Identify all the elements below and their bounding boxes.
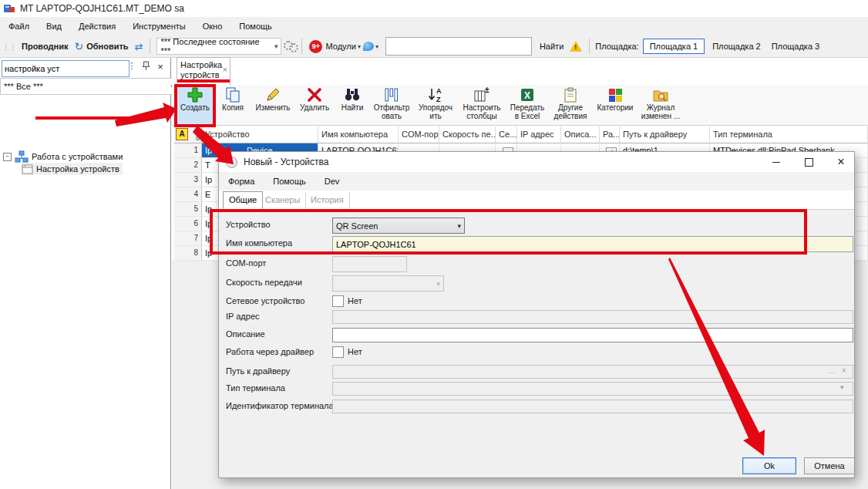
column-header[interactable]: Тип терминала bbox=[710, 126, 868, 143]
notification-badge[interactable]: 9+ bbox=[309, 40, 322, 53]
tree-expander-icon[interactable]: − bbox=[3, 153, 12, 161]
site-label: Площадка: bbox=[595, 42, 638, 51]
change-log-button[interactable]: Журнализменен ... bbox=[638, 85, 683, 126]
column-header[interactable]: Ра... bbox=[600, 126, 620, 143]
column-header[interactable]: COM-порт bbox=[399, 126, 439, 143]
site-button-3[interactable]: Площадка 3 bbox=[766, 39, 826, 53]
find-button-ribbon[interactable]: Найти bbox=[335, 85, 370, 126]
maximize-button[interactable] bbox=[796, 152, 822, 172]
autofilter-icon[interactable]: A bbox=[176, 128, 188, 140]
menu-file[interactable]: Файл bbox=[0, 19, 38, 34]
tree-node-device-settings[interactable]: Настройка устройств bbox=[22, 163, 123, 175]
device-combo-value: QR Screen bbox=[336, 221, 378, 231]
field-label-com-port: COM-порт bbox=[226, 258, 266, 268]
clear-icon: × bbox=[842, 366, 846, 375]
menu-help[interactable]: Помощь bbox=[230, 19, 281, 34]
grid-corner-cell[interactable]: A 8 bbox=[174, 126, 202, 143]
computer-name-input[interactable] bbox=[332, 236, 853, 252]
minimize-button[interactable] bbox=[763, 152, 789, 172]
toolbar-grip[interactable]: ⋮⋮ bbox=[2, 42, 16, 51]
columns-icon: ± bbox=[473, 86, 490, 103]
other-actions-button[interactable]: Другиедействия bbox=[549, 85, 592, 126]
chevron-down-icon[interactable]: ▾ bbox=[375, 43, 378, 50]
menu-window[interactable]: Окно bbox=[194, 19, 231, 34]
row-number: 3 bbox=[174, 173, 202, 187]
categories-icon bbox=[607, 86, 624, 103]
categories-button[interactable]: Категории bbox=[592, 85, 638, 126]
menu-view[interactable]: Вид bbox=[38, 19, 70, 34]
chevron-down-icon[interactable]: ▾ bbox=[358, 43, 361, 50]
tree-node-root-label: Работа с устройствами bbox=[32, 152, 123, 161]
sidebar-filter-input[interactable] bbox=[2, 60, 130, 77]
toolbar-separator bbox=[150, 39, 150, 54]
dialog-menu-dev[interactable]: Dev bbox=[315, 174, 349, 189]
via-driver-checkbox-label: Нет bbox=[348, 347, 362, 356]
dialog-menu-help[interactable]: Помощь bbox=[264, 174, 315, 189]
state-combo[interactable]: *** Последнее состояние *** ▾ bbox=[156, 38, 281, 55]
app-window: MT LAPTOP-QOJH1C61.MT_DEMO sa Файл Вид Д… bbox=[0, 0, 868, 489]
sidebar-menu-button[interactable]: ⋮ bbox=[126, 61, 138, 71]
ellipsis-browse-icon: … bbox=[828, 366, 836, 375]
state-combo-value: *** Последнее состояние *** bbox=[160, 37, 267, 56]
site-button-2[interactable]: Площадка 2 bbox=[707, 39, 766, 53]
tab-history[interactable]: История bbox=[305, 192, 350, 208]
main-toolbar: ⋮⋮ Проводник ↻ Обновить ⇄ *** Последнее … bbox=[0, 35, 868, 58]
row-number: 2 bbox=[174, 158, 202, 173]
description-input[interactable] bbox=[332, 328, 853, 342]
tab-scanners[interactable]: Сканеры bbox=[260, 192, 306, 208]
menu-actions[interactable]: Действия bbox=[70, 19, 124, 34]
field-label-terminal-type: Тип терминала bbox=[226, 383, 285, 393]
column-header[interactable]: Скорость пе... bbox=[439, 126, 496, 143]
device-combo[interactable]: QR Screen ▾ bbox=[332, 218, 465, 234]
tab-device-settings[interactable]: Настройка устройств × bbox=[177, 57, 230, 85]
row-number: 1 bbox=[174, 143, 202, 158]
close-button[interactable]: × bbox=[828, 152, 854, 172]
assistant-icon[interactable] bbox=[363, 42, 374, 51]
journal-folder-icon bbox=[652, 86, 669, 103]
ok-button[interactable]: Ok bbox=[742, 457, 796, 474]
filter-icon bbox=[383, 86, 400, 103]
via-driver-checkbox[interactable] bbox=[332, 346, 344, 358]
search-input[interactable] bbox=[385, 37, 532, 56]
find-button[interactable]: Найти bbox=[540, 42, 564, 51]
swap-arrows-icon[interactable]: ⇄ bbox=[135, 41, 143, 52]
create-button[interactable]: Создать bbox=[176, 85, 214, 126]
driver-path-input bbox=[332, 365, 853, 379]
sort-button[interactable]: AZ Упорядочить bbox=[413, 85, 458, 126]
column-header[interactable]: Имя компьютера bbox=[318, 126, 399, 143]
sidebar: ⋮ × *** Все *** ▾ − Работа с устройствам… bbox=[0, 58, 171, 489]
tab-close-icon[interactable]: × bbox=[223, 65, 227, 75]
dialog-title-bar[interactable]: Новый - Устройства × bbox=[219, 152, 854, 172]
binoculars-icon bbox=[344, 86, 361, 103]
refresh-button[interactable]: Обновить bbox=[86, 42, 128, 51]
column-header[interactable]: Путь к драйверу bbox=[620, 126, 710, 143]
pin-icon[interactable] bbox=[140, 61, 152, 73]
configure-columns-button[interactable]: ± Настроитьстолбцы bbox=[458, 85, 506, 126]
close-icon[interactable]: × bbox=[154, 61, 167, 73]
tab-general[interactable]: Общие bbox=[223, 191, 263, 209]
svg-text:A: A bbox=[436, 87, 442, 95]
network-device-checkbox[interactable] bbox=[332, 295, 344, 307]
column-header[interactable]: Устройство bbox=[202, 126, 318, 143]
menu-tools[interactable]: Инструменты bbox=[124, 19, 194, 34]
export-excel-button[interactable]: X Передатьв Excel bbox=[506, 85, 549, 126]
column-header[interactable]: IP адрес bbox=[517, 126, 561, 143]
modules-button[interactable]: Модули bbox=[325, 42, 355, 51]
sidebar-scope-combo[interactable]: *** Все *** ▾ bbox=[0, 78, 178, 95]
dialog-menu-form[interactable]: Форма bbox=[219, 174, 264, 189]
filter-button[interactable]: Отфильтровать bbox=[370, 85, 413, 126]
column-header[interactable]: Описа... bbox=[561, 126, 600, 143]
field-label-driver-path: Путь к драйверу bbox=[226, 366, 290, 376]
menu-bar: Файл Вид Действия Инструменты Окно Помощ… bbox=[0, 17, 868, 35]
explorer-button[interactable]: Проводник bbox=[22, 42, 68, 51]
column-header[interactable]: Се... bbox=[496, 126, 517, 143]
gears-icon[interactable] bbox=[284, 41, 298, 52]
delete-button[interactable]: Удалить bbox=[294, 85, 335, 126]
new-device-dialog: Новый - Устройства × Форма Помощь Dev Об… bbox=[218, 151, 855, 478]
site-button-1[interactable]: Площадка 1 bbox=[643, 39, 705, 54]
copy-button[interactable]: Копия bbox=[214, 85, 251, 126]
tree-node-root[interactable]: − Работа с устройствами bbox=[3, 150, 123, 163]
com-port-input bbox=[332, 256, 407, 272]
edit-button[interactable]: Изменить bbox=[251, 85, 294, 126]
cancel-button[interactable]: Отмена bbox=[804, 457, 855, 474]
